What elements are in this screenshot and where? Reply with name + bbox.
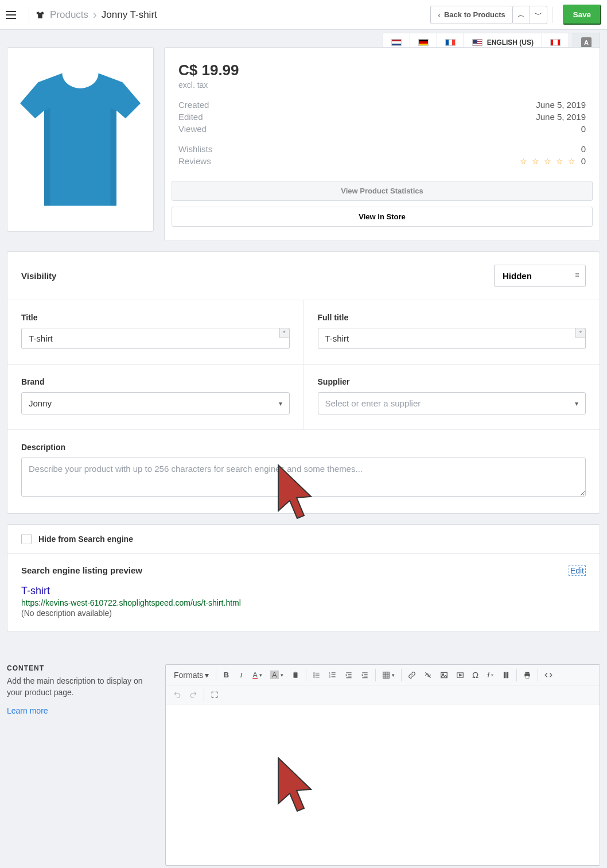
paste-button[interactable] <box>287 668 304 682</box>
product-image <box>20 65 141 214</box>
svg-rect-17 <box>346 677 351 678</box>
breadcrumb-current: Jonny T-shirt <box>102 9 157 21</box>
product-price: C$ 19.99 <box>178 61 586 79</box>
outdent-button[interactable] <box>341 668 357 682</box>
view-statistics-button[interactable]: View Product Statistics <box>172 181 593 201</box>
svg-rect-32 <box>506 672 508 678</box>
italic-button[interactable]: I <box>234 668 248 683</box>
menu-icon[interactable] <box>6 6 23 24</box>
link-button[interactable] <box>404 668 420 682</box>
learn-more-link[interactable]: Learn more <box>7 706 48 715</box>
brand-select[interactable]: Jonny ▾ <box>21 392 290 414</box>
visibility-select[interactable]: Hidden <box>494 265 586 287</box>
product-image-card[interactable] <box>7 47 154 232</box>
seo-url: https://kevins-west-610722.shoplightspee… <box>21 598 586 607</box>
next-product-button[interactable]: ﹀ <box>530 6 547 24</box>
back-to-products-button[interactable]: ‹ Back to Products <box>430 6 513 24</box>
prev-product-button[interactable]: ︿ <box>513 6 530 24</box>
undo-button[interactable] <box>169 688 185 702</box>
chevron-down-icon: ▾ <box>575 400 578 408</box>
svg-rect-14 <box>346 672 351 673</box>
product-icon <box>35 10 45 20</box>
bg-color-button[interactable]: A ▾ <box>266 668 287 682</box>
reviews-value: 0 <box>581 156 586 166</box>
chevron-up-icon: ︿ <box>517 10 525 20</box>
clear-format-button[interactable]: Ix <box>483 668 498 682</box>
editor-content[interactable] <box>166 704 600 865</box>
description-label: Description <box>21 443 586 452</box>
seo-link-title: T-shirt <box>21 585 586 597</box>
divider <box>29 6 29 24</box>
fullscreen-button[interactable] <box>207 688 223 702</box>
wishlists-label: Wishlists <box>178 144 212 154</box>
content-help-text: Add the main description to display on y… <box>7 676 154 698</box>
save-button[interactable]: Save <box>563 5 601 25</box>
title-input[interactable] <box>21 328 290 349</box>
svg-rect-16 <box>348 676 352 676</box>
flag-us-icon <box>472 39 483 46</box>
text-color-button[interactable]: A ▾ <box>248 668 266 682</box>
created-label: Created <box>178 100 209 110</box>
special-char-button[interactable]: Ω <box>468 667 483 683</box>
svg-rect-0 <box>293 672 297 677</box>
editor-toolbar: Formats ▾ B I A ▾ A ▾ 123 ▾ <box>166 665 600 704</box>
wishlists-value: 0 <box>581 144 586 154</box>
bold-button[interactable]: B <box>219 668 234 682</box>
caret-down-icon: ▾ <box>392 672 395 678</box>
description-input[interactable] <box>21 458 586 497</box>
required-icon: * <box>575 328 586 338</box>
chevron-down-icon: ﹀ <box>535 10 542 20</box>
svg-rect-28 <box>441 672 447 677</box>
caret-down-icon: ▾ <box>281 672 283 678</box>
numbered-list-button[interactable]: 123 <box>325 668 341 682</box>
breadcrumb: Products › Jonny T-shirt <box>50 8 157 21</box>
chevron-down-icon: ▾ <box>279 400 282 408</box>
media-button[interactable] <box>452 668 468 682</box>
print-button[interactable] <box>519 668 535 682</box>
svg-rect-9 <box>331 672 335 673</box>
anchor-button[interactable] <box>498 668 514 682</box>
svg-rect-33 <box>525 672 529 673</box>
seo-edit-link[interactable]: Edit <box>569 565 586 576</box>
breadcrumb-root[interactable]: Products <box>50 9 88 21</box>
svg-point-4 <box>313 674 314 675</box>
svg-text:3: 3 <box>329 675 330 678</box>
bullet-list-button[interactable] <box>309 668 325 682</box>
svg-rect-1 <box>294 672 297 673</box>
svg-point-2 <box>313 672 314 673</box>
svg-rect-20 <box>364 676 368 676</box>
top-bar: Products › Jonny T-shirt ‹ Back to Produ… <box>0 0 607 30</box>
hide-from-search-checkbox[interactable] <box>21 534 32 544</box>
back-label: Back to Products <box>444 10 505 19</box>
title-label: Title <box>21 313 290 322</box>
source-code-button[interactable] <box>540 668 557 682</box>
flag-de-icon <box>418 39 429 46</box>
formats-dropdown[interactable]: Formats ▾ <box>169 668 213 683</box>
svg-rect-35 <box>526 676 529 678</box>
svg-point-6 <box>313 676 314 677</box>
indent-button[interactable] <box>357 668 373 682</box>
seo-panel: Hide from Search engine Search engine li… <box>7 524 600 632</box>
content-help: CONTENT Add the main description to disp… <box>7 664 154 866</box>
seo-no-description: (No description available) <box>21 609 586 618</box>
hide-from-search-label: Hide from Search engine <box>38 534 133 544</box>
all-languages-icon: A <box>581 37 592 48</box>
fulltitle-input[interactable] <box>318 328 586 349</box>
chevron-left-icon: ‹ <box>438 10 441 20</box>
redo-button[interactable] <box>185 688 201 702</box>
view-in-store-button[interactable]: View in Store <box>172 207 593 227</box>
supplier-placeholder: Select or enter a supplier <box>325 398 421 408</box>
tax-note: excl. tax <box>178 80 586 90</box>
content-heading: CONTENT <box>7 664 154 672</box>
image-button[interactable] <box>436 668 452 682</box>
svg-rect-21 <box>362 677 367 678</box>
svg-rect-15 <box>348 674 352 675</box>
supplier-select[interactable]: Select or enter a supplier ▾ <box>318 392 586 414</box>
edited-value: June 5, 2019 <box>536 112 586 122</box>
brand-label: Brand <box>21 377 290 386</box>
reviews-stars: ☆ ☆ ☆ ☆ ☆ <box>520 157 577 166</box>
created-value: June 5, 2019 <box>536 100 586 110</box>
unlink-button[interactable] <box>420 668 436 682</box>
svg-rect-18 <box>362 672 367 673</box>
table-button[interactable]: ▾ <box>378 668 399 682</box>
